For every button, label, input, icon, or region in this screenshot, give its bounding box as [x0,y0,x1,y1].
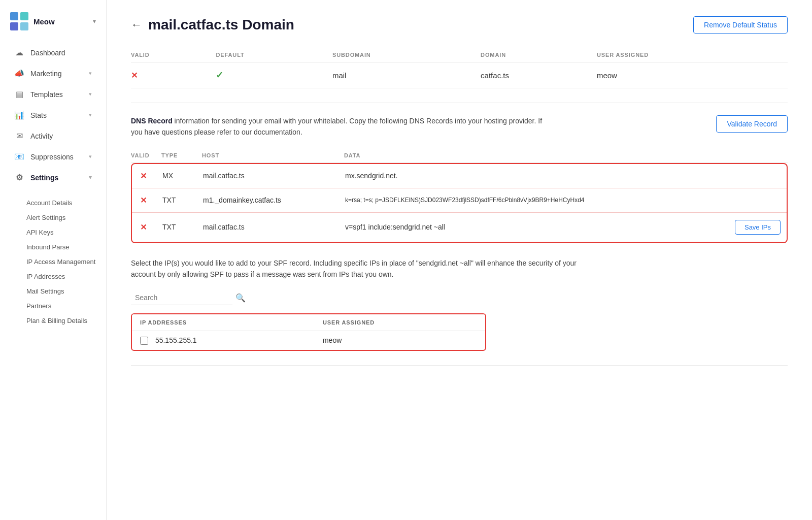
search-row: 🔍 [131,290,788,305]
sub-item-plan-billing[interactable]: Plan & Billing Details [0,313,106,328]
back-button[interactable]: ← [131,18,142,31]
col-user-assigned: USER ASSIGNED [597,48,788,62]
sub-item-partners[interactable]: Partners [0,299,106,313]
ip-col-user-assigned: USER ASSIGNED [315,314,485,331]
subdomain-cell: mail [332,62,481,88]
dns-valid-2: ✕ [132,188,162,212]
sidebar-item-templates[interactable]: ▤ Templates ▾ [4,84,102,104]
search-icon: 🔍 [235,293,246,303]
settings-icon: ⚙ [14,173,24,182]
spf-section: Select the IP(s) you would like to add t… [131,257,788,351]
default-check-icon: ✓ [216,70,223,80]
dns-data-3-text: v=spf1 include:sendgrid.net ~all [345,223,445,231]
invalid-icon: ✕ [131,71,138,80]
dns-col-host: HOST [202,148,344,163]
sidebar-item-stats[interactable]: 📊 Stats ▾ [4,105,102,125]
sub-item-alert-settings[interactable]: Alert Settings [0,210,106,225]
sub-item-inbound-parse[interactable]: Inbound Parse [0,240,106,254]
sidebar: Meow ▾ ☁ Dashboard 📣 Marketing ▾ ▤ Templ… [0,0,107,520]
validate-record-button[interactable]: Validate Record [716,115,788,133]
dns-data-1: mx.sendgrid.net. [345,164,787,188]
dns-col-valid: VALID [131,148,161,163]
sidebar-item-label: Activity [30,132,53,140]
chevron-icon: ▾ [89,91,92,98]
dns-data-3: v=spf1 include:sendgrid.net ~all Save IP… [345,213,787,242]
search-input[interactable] [131,290,232,305]
sub-item-ip-addresses[interactable]: IP Addresses [0,269,106,284]
app-logo[interactable]: Meow ▾ [0,8,106,43]
dns-record-row-2: ✕ TXT m1._domainkey.catfac.ts k=rsa; t=s… [132,188,787,212]
dns-record-row-1: ✕ MX mail.catfac.ts mx.sendgrid.net. [132,164,787,188]
sidebar-item-activity[interactable]: ✉ Activity [4,126,102,146]
dns-type-2: TXT [162,188,203,212]
sidebar-item-marketing[interactable]: 📣 Marketing ▾ [4,63,102,83]
sub-item-account-details[interactable]: Account Details [0,196,106,210]
dashboard-icon: ☁ [14,48,24,57]
sidebar-item-settings[interactable]: ⚙ Settings ▾ [4,168,102,187]
divider-2 [131,365,788,366]
chevron-icon: ▾ [89,153,92,160]
dns-description: DNS Record information for sending your … [131,115,788,138]
dns-data-2: k=rsa; t=s; p=JSDFLKElNS)SJD023WF23dfjlS… [345,188,787,212]
domain-cell: catfac.ts [481,62,597,88]
sidebar-item-dashboard[interactable]: ☁ Dashboard [4,43,102,62]
main-content: ← mail.catfac.ts Domain Remove Default S… [107,0,812,520]
col-domain: DOMAIN [481,48,597,62]
dns-col-data: DATA [344,148,788,163]
dns-host-3: mail.catfac.ts [203,212,345,242]
dns-host-1: mail.catfac.ts [203,164,345,188]
spf-description: Select the IP(s) you would like to add t… [131,257,588,280]
chevron-icon: ▾ [89,70,92,77]
activity-icon: ✉ [14,131,24,141]
dns-description-text: DNS Record information for sending your … [131,115,547,138]
ip-address-1: 55.155.255.1 [155,336,197,344]
chevron-icon: ▾ [89,174,92,181]
dns-section: DNS Record information for sending your … [131,115,788,243]
domain-row: ✕ ✓ mail catfac.ts meow [131,62,788,88]
col-valid: VALID [131,48,216,62]
chevron-icon: ▾ [89,112,92,118]
sidebar-item-label: Templates [30,90,63,99]
dns-valid-1: ✕ [132,164,162,188]
settings-sub-menu: Account Details Alert Settings API Keys … [0,196,106,332]
valid-cell: ✕ [131,62,216,88]
invalid-icon-3: ✕ [140,223,147,232]
dns-record-row-3: ✕ TXT mail.catfac.ts v=spf1 include:send… [132,212,787,242]
dns-records-wrapper: VALID TYPE HOST DATA ✕ MX mail.cat [131,148,788,243]
ip-checkbox-1[interactable] [140,337,148,345]
sub-item-api-keys[interactable]: API Keys [0,225,106,240]
ip-col-addresses: IP ADDRESSES [132,314,315,331]
invalid-icon-1: ✕ [140,172,147,180]
stats-icon: 📊 [14,110,24,120]
dns-error-container: ✕ MX mail.catfac.ts mx.sendgrid.net. ✕ T… [131,163,788,243]
ip-cell-1: 55.155.255.1 [132,331,315,350]
page-header: ← mail.catfac.ts Domain Remove Default S… [131,16,788,34]
sidebar-item-label: Settings [30,174,58,182]
sub-item-mail-settings[interactable]: Mail Settings [0,284,106,299]
suppressions-icon: 📧 [14,152,24,161]
dns-desc-rest: information for sending your email with … [131,117,542,136]
dns-records-table: VALID TYPE HOST DATA [131,148,788,163]
svg-rect-2 [10,22,18,30]
ip-addresses-table: IP ADDRESSES USER ASSIGNED 55.155.255.1 … [132,314,485,350]
col-subdomain: SUBDOMAIN [332,48,481,62]
dns-type-1: MX [162,164,203,188]
remove-default-button[interactable]: Remove Default Status [693,16,788,34]
main-nav: ☁ Dashboard 📣 Marketing ▾ ▤ Templates ▾ … [0,43,106,196]
sub-item-ip-access-management[interactable]: IP Access Management [0,254,106,269]
sidebar-item-label: Suppressions [30,153,74,161]
title-row: ← mail.catfac.ts Domain [131,17,294,33]
svg-rect-0 [10,12,18,20]
sidebar-item-label: Dashboard [30,49,65,57]
save-ips-button[interactable]: Save IPs [735,220,781,235]
marketing-icon: 📣 [14,69,24,78]
sidebar-item-label: Stats [30,111,47,119]
dns-error-table: ✕ MX mail.catfac.ts mx.sendgrid.net. ✕ T… [132,164,787,242]
dns-bold: DNS Record [131,117,173,125]
sidebar-item-suppressions[interactable]: 📧 Suppressions ▾ [4,147,102,167]
default-cell: ✓ [216,62,332,88]
user-assigned-cell: meow [597,62,788,88]
templates-icon: ▤ [14,89,24,99]
invalid-icon-2: ✕ [140,196,147,205]
svg-rect-3 [20,22,28,30]
